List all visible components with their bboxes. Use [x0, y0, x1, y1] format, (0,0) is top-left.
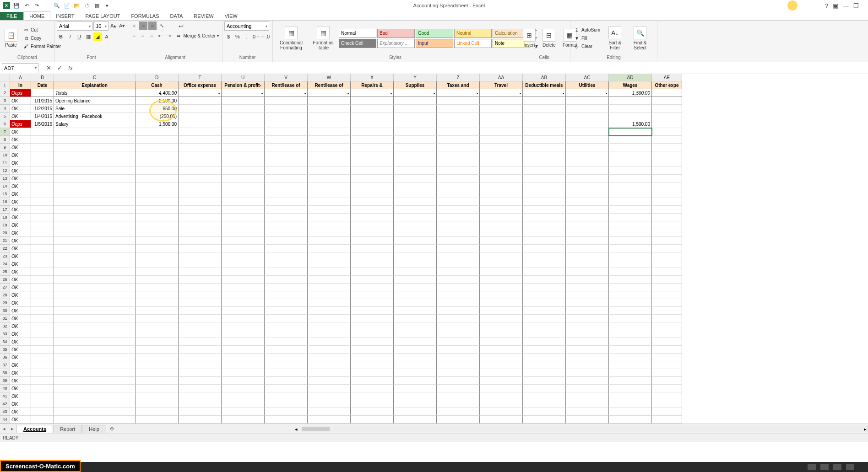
- row-header-4[interactable]: 4: [0, 105, 10, 113]
- row-header-38[interactable]: 38: [0, 369, 10, 377]
- scroll-left-icon[interactable]: ◂: [295, 426, 298, 432]
- clear-button[interactable]: ◇Clear: [572, 43, 602, 50]
- cell-style-linked-cell[interactable]: Linked Cell: [454, 39, 492, 48]
- row-header-19[interactable]: 19: [0, 221, 10, 229]
- tab-home[interactable]: HOME: [23, 11, 50, 20]
- horizontal-scrollbar[interactable]: ◂ ▸: [301, 426, 868, 432]
- bold-button[interactable]: B: [57, 32, 65, 41]
- increase-indent-icon[interactable]: ⇥: [165, 32, 173, 40]
- col-header-U[interactable]: U: [222, 74, 265, 81]
- row-header-44[interactable]: 44: [0, 416, 10, 424]
- accounting-format-icon[interactable]: $: [224, 32, 233, 41]
- row-header-18[interactable]: 18: [0, 214, 10, 221]
- align-bottom-icon[interactable]: ≡: [148, 21, 157, 30]
- align-top-icon[interactable]: ≡: [130, 21, 138, 30]
- restore-icon[interactable]: ❐: [853, 2, 859, 9]
- fill-color-button[interactable]: ◢: [93, 32, 102, 41]
- qat-icon-9[interactable]: ▦: [93, 2, 101, 9]
- number-format-combo[interactable]: Accounting: [224, 21, 269, 31]
- align-left-icon[interactable]: ≡: [130, 32, 138, 40]
- row-header-14[interactable]: 14: [0, 182, 10, 190]
- add-sheet-button[interactable]: ⊕: [106, 425, 118, 433]
- row-header-2[interactable]: 2: [0, 89, 10, 97]
- sheet-tab-accounts[interactable]: Accounts: [16, 425, 53, 433]
- cell-style-check-cell[interactable]: Check Cell: [339, 39, 376, 48]
- conditional-formatting-button[interactable]: ▦Conditional Formatting: [275, 26, 308, 51]
- row-header-39[interactable]: 39: [0, 377, 10, 385]
- cancel-formula-icon[interactable]: ✕: [43, 63, 54, 73]
- undo-icon[interactable]: ↶: [23, 2, 30, 9]
- sheet-nav-first-icon[interactable]: ◂: [0, 426, 8, 432]
- percent-format-icon[interactable]: %: [233, 32, 242, 41]
- cell-style-neutral[interactable]: Neutral: [454, 29, 492, 38]
- col-header-Y[interactable]: Y: [394, 74, 437, 81]
- increase-decimal-icon[interactable]: .0→: [252, 32, 260, 41]
- taskbar-icon[interactable]: [808, 464, 816, 470]
- qat-more-icon[interactable]: ▾: [103, 2, 111, 9]
- row-header-35[interactable]: 35: [0, 346, 10, 354]
- taskbar-icon[interactable]: [820, 464, 829, 470]
- ribbon-display-icon[interactable]: ▣: [833, 2, 838, 9]
- formula-input[interactable]: [76, 63, 868, 73]
- minimize-icon[interactable]: —: [843, 2, 849, 9]
- row-header-13[interactable]: 13: [0, 175, 10, 182]
- cell-style-bad[interactable]: Bad: [377, 29, 415, 38]
- merge-center-button[interactable]: ⬌Merge & Center▾: [174, 32, 220, 40]
- sheet-tab-report[interactable]: Report: [53, 425, 82, 433]
- row-header-36[interactable]: 36: [0, 354, 10, 361]
- row-header-27[interactable]: 27: [0, 284, 10, 291]
- enter-formula-icon[interactable]: ✓: [54, 63, 65, 73]
- font-color-button[interactable]: A: [103, 32, 111, 41]
- paste-button[interactable]: 📋 Paste: [2, 28, 20, 48]
- tab-insert[interactable]: INSERT: [50, 12, 80, 20]
- col-header-X[interactable]: X: [351, 74, 394, 81]
- row-header-23[interactable]: 23: [0, 252, 10, 260]
- col-header-AC[interactable]: AC: [566, 74, 609, 81]
- row-header-11[interactable]: 11: [0, 159, 10, 167]
- sheet-nav-prev-icon[interactable]: ▸: [8, 426, 16, 432]
- col-header-W[interactable]: W: [308, 74, 351, 81]
- font-name-combo[interactable]: Arial: [57, 21, 92, 31]
- row-header-7[interactable]: 7: [0, 128, 10, 136]
- qat-icon-4[interactable]: ⋮: [43, 2, 50, 9]
- help-icon[interactable]: ?: [825, 2, 828, 9]
- col-header-V[interactable]: V: [265, 74, 308, 81]
- tab-page-layout[interactable]: PAGE LAYOUT: [80, 12, 125, 20]
- cell-style-normal[interactable]: Normal: [339, 29, 376, 38]
- align-right-icon[interactable]: ≡: [148, 32, 156, 40]
- col-header-T[interactable]: T: [179, 74, 222, 81]
- save-icon[interactable]: 💾: [13, 2, 20, 9]
- tab-file[interactable]: FILE: [0, 12, 23, 20]
- col-header-AA[interactable]: AA: [480, 74, 523, 81]
- font-size-combo[interactable]: 10: [93, 21, 108, 31]
- row-header-41[interactable]: 41: [0, 392, 10, 400]
- row-header-34[interactable]: 34: [0, 338, 10, 346]
- tab-data[interactable]: DATA: [165, 12, 189, 20]
- row-header-43[interactable]: 43: [0, 408, 10, 416]
- cell-styles-gallery[interactable]: NormalBadGoodNeutralCalculationCheck Cel…: [339, 29, 530, 48]
- row-header-15[interactable]: 15: [0, 190, 10, 198]
- row-header-25[interactable]: 25: [0, 268, 10, 276]
- row-header-16[interactable]: 16: [0, 198, 10, 206]
- taskbar-icon[interactable]: [846, 464, 854, 470]
- cells-area[interactable]: InDateExplanationCashOffice expensePensi…: [10, 81, 682, 424]
- format-as-table-button[interactable]: ▦Format as Table: [309, 26, 337, 51]
- row-header-1[interactable]: 1: [0, 81, 10, 89]
- decrease-indent-icon[interactable]: ⇤: [157, 32, 164, 40]
- tab-review[interactable]: REVIEW: [188, 12, 219, 20]
- row-header-5[interactable]: 5: [0, 113, 10, 120]
- row-header-32[interactable]: 32: [0, 322, 10, 330]
- wrap-text-icon[interactable]: ⮐: [177, 21, 185, 30]
- column-headers[interactable]: ABCDTUVWXYZAAABACADAE: [10, 74, 682, 81]
- cell-style-input[interactable]: Input: [416, 39, 453, 48]
- row-header-26[interactable]: 26: [0, 276, 10, 284]
- col-header-D[interactable]: D: [136, 74, 179, 81]
- col-header-B[interactable]: B: [31, 74, 54, 81]
- tab-view[interactable]: VIEW: [219, 12, 243, 20]
- row-header-42[interactable]: 42: [0, 400, 10, 408]
- taskbar-icon[interactable]: [833, 464, 841, 470]
- tab-formulas[interactable]: FORMULAS: [125, 12, 164, 20]
- align-middle-icon[interactable]: ≡: [139, 21, 147, 30]
- row-header-21[interactable]: 21: [0, 237, 10, 245]
- sheet-tab-help[interactable]: Help: [82, 425, 106, 433]
